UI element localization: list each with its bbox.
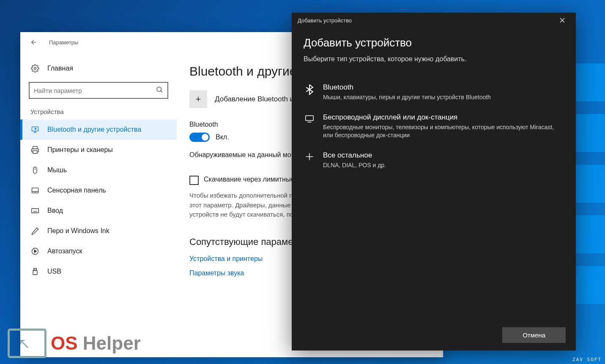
device-type-bluetooth[interactable]: Bluetooth Мыши, клавиатуры, перья и друг… <box>304 77 564 107</box>
bluetooth-icon <box>30 125 40 134</box>
device-type-desc: DLNA, DIAL, POS и др. <box>323 161 564 169</box>
dialog-subheading: Выберите тип устройства, которое нужно д… <box>304 55 564 63</box>
dialog-heading: Добавить устройство <box>304 36 564 49</box>
touchpad-icon <box>30 186 40 195</box>
nav-label: Принтеры и сканеры <box>47 146 113 154</box>
nav-label: Автозапуск <box>47 247 82 255</box>
nav-bluetooth[interactable]: Bluetooth и другие устройства <box>20 120 177 140</box>
nav-typing[interactable]: Ввод <box>20 201 177 221</box>
home-nav[interactable]: Главная <box>20 60 177 77</box>
svg-rect-5 <box>33 167 37 174</box>
plus-icon: + <box>196 94 201 105</box>
device-type-title: Беспроводной дисплей или док-станция <box>323 113 564 122</box>
svg-rect-18 <box>34 269 37 271</box>
home-label: Главная <box>47 65 73 72</box>
usb-icon <box>30 267 40 276</box>
svg-rect-4 <box>33 151 37 154</box>
svg-rect-19 <box>33 271 37 275</box>
nav-label: Bluetooth и другие устройства <box>47 126 141 133</box>
add-device-dialog: Добавить устройство Добавить устройство … <box>292 13 576 350</box>
svg-rect-22 <box>306 116 313 121</box>
metered-checkbox[interactable] <box>189 176 199 185</box>
nav-usb[interactable]: USB <box>20 261 177 282</box>
back-button[interactable] <box>27 35 41 49</box>
nav-printers[interactable]: Принтеры и сканеры <box>20 140 177 160</box>
dialog-titlebar: Добавить устройство <box>292 13 576 28</box>
nav-label: USB <box>47 268 61 275</box>
add-device-button[interactable]: + <box>189 90 207 108</box>
section-label: Устройства <box>20 108 177 120</box>
cancel-button[interactable]: Отмена <box>502 327 566 343</box>
desktop-background-accent <box>571 63 605 359</box>
svg-point-1 <box>157 87 162 92</box>
monitor-icon <box>304 113 315 139</box>
svg-line-2 <box>161 91 162 92</box>
watermark-icon <box>8 329 47 358</box>
close-icon <box>560 18 565 23</box>
device-type-desc: Беспроводные мониторы, телевизоры и комп… <box>323 123 564 139</box>
mouse-icon <box>30 166 40 174</box>
nav-label: Сенсорная панель <box>47 187 106 194</box>
search-box[interactable] <box>29 82 168 99</box>
autoplay-icon <box>30 247 40 255</box>
nav-label: Перо и Windows Ink <box>47 227 110 235</box>
plus-icon <box>304 151 315 169</box>
nav-touchpad[interactable]: Сенсорная панель <box>20 180 177 201</box>
keyboard-icon <box>30 206 40 215</box>
gear-icon <box>30 64 40 73</box>
dialog-titlebar-text: Добавить устройство <box>298 17 352 24</box>
svg-rect-10 <box>32 209 39 213</box>
nav-mouse[interactable]: Мышь <box>20 160 177 180</box>
window-title: Параметры <box>49 39 78 46</box>
watermark-logo: OS Helper <box>8 329 141 358</box>
watermark-text: OS Helper <box>51 333 141 354</box>
svg-point-0 <box>34 68 36 70</box>
bluetooth-toggle[interactable] <box>189 133 210 142</box>
device-type-title: Все остальное <box>323 151 564 160</box>
nav-autoplay[interactable]: Автозапуск <box>20 241 177 261</box>
device-type-desc: Мыши, клавиатуры, перья и другие типы ус… <box>323 93 564 101</box>
printer-icon <box>30 146 40 154</box>
sidebar: Главная Устройства Bluetooth и другие ус… <box>20 52 177 357</box>
search-icon <box>156 86 163 95</box>
nav-label: Ввод <box>47 207 63 215</box>
nav-label: Мышь <box>47 166 67 174</box>
device-type-wireless-display[interactable]: Беспроводной дисплей или док-станция Бес… <box>304 107 564 145</box>
toggle-state: Вкл. <box>216 133 229 141</box>
search-input[interactable] <box>34 87 156 94</box>
watermark-zav: ZAV SOFT <box>572 357 602 362</box>
nav-pen[interactable]: Перо и Windows Ink <box>20 221 177 241</box>
bluetooth-icon <box>304 83 315 101</box>
close-button[interactable] <box>555 13 570 28</box>
device-type-title: Bluetooth <box>323 83 564 92</box>
device-type-other[interactable]: Все остальное DLNA, DIAL, POS и др. <box>304 145 564 175</box>
svg-marker-17 <box>34 250 36 253</box>
pen-icon <box>30 227 40 235</box>
